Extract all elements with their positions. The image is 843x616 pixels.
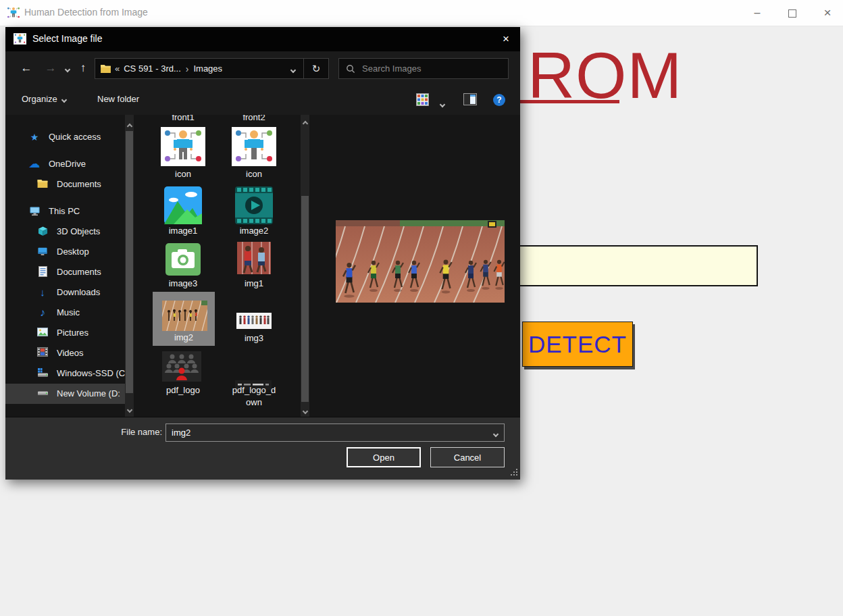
dialog-command-bar: Organize New folder ? xyxy=(5,86,520,116)
breadcrumb-current[interactable]: Images xyxy=(193,63,222,74)
file-name-input[interactable] xyxy=(166,427,488,438)
file-label-front2[interactable]: front2 xyxy=(223,115,285,122)
scroll-up-arrow[interactable] xyxy=(301,116,309,127)
file-label-pdf-logo-down-line1[interactable]: pdf_logo_d xyxy=(223,385,285,395)
organize-menu[interactable]: Organize xyxy=(22,94,66,104)
file-thumb-image1[interactable] xyxy=(164,186,202,227)
scrollbar-thumb[interactable] xyxy=(126,131,133,393)
preview-image-runners xyxy=(336,220,505,303)
file-label-img3[interactable]: img3 xyxy=(223,333,285,343)
file-thumb-icon2[interactable] xyxy=(232,127,276,169)
view-large-icons-button[interactable] xyxy=(416,93,429,109)
sidebar-item-videos[interactable]: Videos xyxy=(5,343,125,363)
address-bar[interactable]: « CS 591 - 3rd... › Images ↻ xyxy=(95,58,329,79)
cancel-button[interactable]: Cancel xyxy=(430,447,505,467)
sidebar-scrollbar[interactable] xyxy=(125,115,134,417)
cloud-icon: ☁ xyxy=(28,158,41,170)
new-folder-button[interactable]: New folder xyxy=(97,94,139,104)
file-thumb-icon1[interactable] xyxy=(161,127,205,169)
resize-grip[interactable] xyxy=(511,474,512,476)
scroll-up-arrow[interactable] xyxy=(125,119,134,130)
image-path-entry[interactable] xyxy=(516,245,758,286)
main-window-title: Human Detection from Image xyxy=(24,7,148,18)
screen: Human Detection from Image – × ROM DETEC… xyxy=(0,0,843,616)
chevron-up-icon xyxy=(302,121,307,126)
chevron-down-icon xyxy=(61,97,67,103)
folder-icon xyxy=(101,64,111,73)
minimize-button[interactable]: – xyxy=(742,0,773,26)
sidebar-item-music[interactable]: ♪ Music xyxy=(5,303,125,323)
sidebar-item-pictures[interactable]: Pictures xyxy=(5,323,125,343)
chevron-down-icon xyxy=(493,431,499,436)
search-input[interactable] xyxy=(361,63,508,74)
file-label-img2: img2 xyxy=(153,332,215,342)
detect-button[interactable]: DETECT xyxy=(522,322,633,367)
file-thumb-pdf-logo[interactable] xyxy=(162,351,201,384)
chevron-down-icon xyxy=(290,67,296,72)
file-thumb-image3[interactable] xyxy=(165,243,201,278)
sidebar-item-windows-ssd[interactable]: Windows-SSD (C xyxy=(5,363,125,384)
breadcrumb-parent[interactable]: CS 591 - 3rd... xyxy=(124,63,181,74)
file-label-img1[interactable]: img1 xyxy=(223,278,285,288)
star-icon: ★ xyxy=(28,131,41,143)
desktop-icon xyxy=(36,246,49,258)
sidebar-item-this-pc[interactable]: This PC xyxy=(5,201,125,222)
preview-pane-button[interactable] xyxy=(463,93,477,108)
file-label-pdf-logo[interactable]: pdf_logo xyxy=(152,385,214,395)
file-label-icon1[interactable]: icon xyxy=(152,169,214,179)
scroll-down-arrow[interactable] xyxy=(125,403,134,413)
file-label-image2[interactable]: image2 xyxy=(223,226,285,236)
address-dropdown[interactable] xyxy=(283,63,303,75)
folder-icon xyxy=(36,178,49,190)
forward-button[interactable]: → xyxy=(42,59,59,77)
computer-icon xyxy=(28,205,41,217)
file-label-icon2[interactable]: icon xyxy=(223,169,285,179)
open-button[interactable]: Open xyxy=(347,447,421,467)
file-name-dropdown[interactable] xyxy=(488,427,504,439)
filelist-scrollbar[interactable] xyxy=(301,115,309,417)
sidebar-item-new-volume[interactable]: New Volume (D: xyxy=(5,384,125,404)
chevron-up-icon xyxy=(126,124,132,129)
maximize-button[interactable] xyxy=(777,0,808,26)
sidebar-item-desktop[interactable]: Desktop xyxy=(5,242,125,262)
main-window-titlebar: Human Detection from Image – × xyxy=(0,0,843,26)
chevron-down-icon xyxy=(440,102,445,107)
close-button[interactable]: × xyxy=(812,0,843,26)
breadcrumb-separator: › xyxy=(186,63,189,74)
file-label-pdf-logo-down-line2[interactable]: own xyxy=(223,397,285,407)
music-note-icon: ♪ xyxy=(36,307,49,319)
file-label-image3[interactable]: image3 xyxy=(152,278,214,288)
help-button[interactable]: ? xyxy=(493,93,505,106)
video-icon xyxy=(36,347,49,359)
file-item-img2-selected[interactable]: img2 xyxy=(153,292,215,346)
sidebar-item-quick-access[interactable]: ★ Quick access xyxy=(5,127,125,147)
icons-view-icon xyxy=(416,93,429,106)
file-thumb-img1[interactable] xyxy=(237,242,271,277)
back-button[interactable]: ← xyxy=(18,59,35,77)
breadcrumb-collapsed[interactable]: « xyxy=(115,63,120,74)
dialog-content: ★ Quick access ☁ OneDrive Documents xyxy=(5,115,520,417)
sidebar-item-downloads[interactable]: ↓ Downloads xyxy=(5,282,125,303)
sidebar-item-onedrive[interactable]: ☁ OneDrive xyxy=(5,154,125,174)
search-icon xyxy=(346,64,355,74)
file-label-front1[interactable]: front1 xyxy=(152,115,214,122)
refresh-button[interactable]: ↻ xyxy=(304,63,328,75)
scroll-down-arrow[interactable] xyxy=(301,404,309,415)
app-heading-underline xyxy=(519,100,619,103)
scrollbar-thumb[interactable] xyxy=(301,196,309,402)
file-thumb-img3[interactable] xyxy=(236,313,272,332)
file-label-image1[interactable]: image1 xyxy=(152,226,214,236)
views-dropdown[interactable] xyxy=(440,97,444,109)
up-button[interactable]: ↑ xyxy=(74,59,92,77)
file-thumb-image2[interactable] xyxy=(235,186,273,227)
file-list: front1 front2 ico xyxy=(134,115,301,417)
dialog-titlebar: Select Image file × xyxy=(5,27,520,51)
sidebar-item-onedrive-documents[interactable]: Documents xyxy=(5,174,125,195)
sidebar-item-3d-objects[interactable]: 3D Objects xyxy=(5,222,125,242)
dialog-navbar: ← → ↑ « CS 591 - 3rd... › Images ↻ xyxy=(5,51,520,86)
recent-locations-chevron[interactable] xyxy=(62,59,73,77)
chevron-down-icon xyxy=(302,409,307,414)
dialog-close-button[interactable]: × xyxy=(492,27,520,51)
sidebar-item-documents[interactable]: Documents xyxy=(5,262,125,282)
file-name-combo xyxy=(165,424,505,442)
